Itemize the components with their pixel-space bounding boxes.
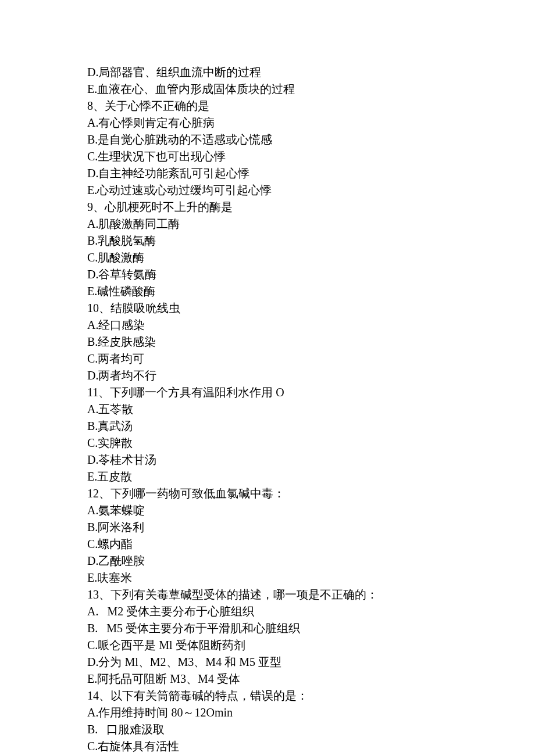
text-line: D.自主神经功能紊乱可引起心悸 [87,165,535,182]
text-line: 10、结膜吸吮线虫 [87,300,535,317]
text-line: D.乙酰唑胺 [87,553,535,569]
text-line: B.乳酸脱氢酶 [87,232,535,249]
text-line: A. M2 受体主要分布于心脏组织 [87,603,535,620]
text-line: E.碱性磷酸酶 [87,283,535,300]
text-line: A.氨苯蝶啶 [87,502,535,519]
text-line: B.是自觉心脏跳动的不适感或心慌感 [87,131,535,148]
text-line: C.哌仑西平是 Ml 受体阻断药剂 [87,637,535,654]
text-line: D.分为 Ml、M2、M3、M4 和 M5 亚型 [87,654,535,671]
text-line: C.螺内酯 [87,536,535,553]
text-line: 11、下列哪一个方具有温阳利水作用 O [87,384,535,401]
text-line: B. M5 受体主要分布于平滑肌和心脏组织 [87,620,535,637]
text-line: E.呋塞米 [87,569,535,586]
text-line: 12、下列哪一药物可致低血氯碱中毒： [87,485,535,502]
text-line: 9、心肌梗死时不上升的酶是 [87,199,535,216]
text-line: C.两者均可 [87,350,535,367]
text-line: B.阿米洛利 [87,519,535,536]
text-line: D.苓桂术甘汤 [87,452,535,468]
text-line: D.两者均不行 [87,367,535,384]
text-line: 13、下列有关毒蕈碱型受体的描述，哪一项是不正确的： [87,586,535,603]
text-line: A.五苓散 [87,401,535,418]
text-line: A.经口感染 [87,317,535,334]
text-line: B.真武汤 [87,418,535,435]
text-line: 14、以下有关筒箭毒碱的特点，错误的是： [87,687,535,704]
text-line: D.谷草转氨酶 [87,266,535,283]
text-line: A.肌酸激酶同工酶 [87,216,535,232]
text-line: E.血液在心、血管内形成固体质块的过程 [87,81,535,98]
text-line: 8、关于心悸不正确的是 [87,98,535,114]
text-line: E.心动过速或心动过缓均可引起心悸 [87,182,535,199]
document-page: D.局部器官、组织血流中断的过程 E.血液在心、血管内形成固体质块的过程 8、关… [0,0,535,756]
text-line: C.肌酸激酶 [87,249,535,266]
text-line: B. 口服难汲取 [87,721,535,738]
text-line: D.局部器官、组织血流中断的过程 [87,64,535,81]
text-line: E.阿托品可阻断 M3、M4 受体 [87,671,535,687]
text-line: C.生理状况下也可出现心悸 [87,148,535,165]
text-line: E.五皮散 [87,468,535,485]
text-line: C.右旋体具有活性 [87,738,535,755]
text-line: C.实脾散 [87,435,535,452]
text-line: A.有心悸则肯定有心脏病 [87,114,535,131]
text-line: A.作用维持时间 80～12Omin [87,704,535,721]
text-line: B.经皮肤感染 [87,334,535,350]
